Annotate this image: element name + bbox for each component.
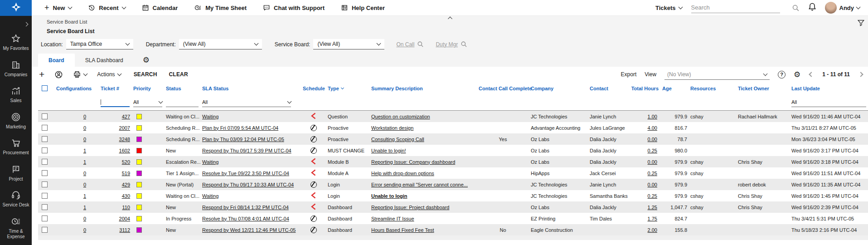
previous-page-chevron-icon[interactable] bbox=[809, 70, 814, 78]
status-filter-input[interactable] bbox=[166, 98, 199, 107]
configurations-count-link[interactable]: 0 bbox=[83, 114, 86, 119]
total-hours-link[interactable]: 1.75 bbox=[648, 216, 657, 221]
sidebar-item-time-expense[interactable]: Time & Expense bbox=[0, 212, 32, 244]
row-checkbox[interactable] bbox=[42, 204, 48, 210]
total-hours-link[interactable]: 0.25 bbox=[648, 171, 657, 176]
row-checkbox[interactable] bbox=[42, 136, 48, 142]
summary-description-link[interactable]: Help with drop-down options bbox=[371, 171, 434, 176]
configurations-count-link[interactable]: 0 bbox=[83, 125, 86, 131]
column-header-configurations[interactable]: Configurations bbox=[54, 86, 99, 91]
sidebar-item-my-favorites[interactable]: My Favorites bbox=[0, 29, 32, 56]
configurations-count-link[interactable]: 0 bbox=[83, 227, 86, 233]
recent-menu[interactable]: Recent bbox=[88, 4, 125, 11]
add-ticket-button[interactable]: + bbox=[39, 69, 44, 80]
summary-description-link[interactable]: Workstation design bbox=[371, 125, 413, 131]
column-header-company[interactable]: Company bbox=[529, 86, 588, 91]
row-checkbox[interactable] bbox=[42, 216, 48, 221]
column-header-contact[interactable]: Contact bbox=[588, 86, 633, 91]
column-header-total-hours[interactable]: Total Hours bbox=[633, 86, 660, 91]
sla-status-link[interactable]: Waiting bbox=[202, 193, 218, 199]
total-hours-link[interactable]: 0.25 bbox=[648, 193, 657, 199]
summary-description-link[interactable]: Unable to login! bbox=[371, 148, 406, 153]
row-checkbox[interactable] bbox=[42, 193, 48, 199]
ticket-number-link[interactable]: 3112 bbox=[119, 227, 130, 233]
sla-status-link[interactable]: Resolve by Thu 07/08 4:01 AM UTC-04 bbox=[202, 216, 289, 221]
notifications-bell-icon[interactable] bbox=[809, 3, 816, 13]
column-header-resources[interactable]: Resources bbox=[689, 86, 736, 91]
ticket-number-link[interactable]: 3248 bbox=[119, 137, 130, 142]
help-icon[interactable]: ? bbox=[778, 71, 786, 78]
on-call-link[interactable]: On Call bbox=[396, 41, 414, 48]
total-hours-link[interactable]: 4.00 bbox=[648, 125, 657, 131]
ticket-number-link[interactable]: 519 bbox=[122, 171, 130, 176]
configurations-count-link[interactable]: 1 bbox=[83, 193, 86, 199]
search-context-selector[interactable]: Tickets bbox=[655, 5, 682, 11]
sla-status-filter-select[interactable]: All bbox=[202, 98, 291, 107]
sla-status-link[interactable]: Waiting bbox=[202, 159, 218, 165]
summary-description-link[interactable]: Reporting Issue: Project dashboard bbox=[371, 205, 449, 210]
column-header-age[interactable]: Age bbox=[660, 86, 689, 91]
ticket-number-link[interactable]: 2007 bbox=[119, 125, 130, 131]
configurations-count-link[interactable]: 0 bbox=[83, 216, 86, 221]
summary-description-link[interactable]: Question on customization bbox=[371, 114, 430, 119]
sidebar-expand-chevron[interactable] bbox=[24, 20, 28, 28]
column-header-contact-call-complete[interactable]: Contact Call Complete bbox=[477, 86, 529, 91]
row-checkbox[interactable] bbox=[42, 181, 48, 187]
row-checkbox[interactable] bbox=[42, 170, 48, 176]
configurations-count-link[interactable]: 1 bbox=[83, 148, 86, 153]
search-icon[interactable] bbox=[792, 4, 800, 12]
ticket-number-link[interactable]: 1602 bbox=[119, 148, 130, 153]
search-button[interactable]: SEARCH bbox=[134, 71, 157, 78]
row-checkbox[interactable] bbox=[42, 147, 48, 153]
sla-status-link[interactable]: Respond by Thu 09/17 10:33 AM UTC-04 bbox=[202, 182, 294, 187]
summary-description-link[interactable]: Unable to login bbox=[371, 193, 407, 199]
configurations-count-link[interactable]: 1 bbox=[83, 159, 86, 165]
total-hours-link[interactable]: 1.25 bbox=[648, 205, 657, 210]
help-center-button[interactable]: Help Center bbox=[341, 4, 385, 11]
actions-menu[interactable]: Actions bbox=[97, 71, 121, 78]
column-header-ticket-owner[interactable]: Ticket Owner bbox=[736, 86, 790, 91]
sidebar-item-marketing[interactable]: Marketing bbox=[0, 108, 32, 134]
summary-description-link[interactable]: Reporting Issue: Company dashboard bbox=[371, 159, 455, 165]
row-checkbox[interactable] bbox=[42, 159, 48, 165]
row-checkbox[interactable] bbox=[42, 125, 48, 131]
new-menu[interactable]: + New bbox=[44, 3, 72, 13]
duty-mgr-link[interactable]: Duty Mgr bbox=[436, 41, 458, 48]
ticket-filter-input[interactable] bbox=[101, 98, 130, 107]
duty-mgr-search-icon[interactable] bbox=[461, 41, 467, 48]
global-search-input[interactable] bbox=[691, 4, 780, 11]
configurations-count-link[interactable]: 0 bbox=[83, 182, 86, 187]
breadcrumb[interactable]: Service Board List bbox=[47, 19, 87, 24]
sla-status-link[interactable]: Plan by Fri 07/09 5:54 AM UTC-04 bbox=[202, 125, 278, 131]
column-header-schedule[interactable]: Schedule bbox=[301, 86, 326, 91]
select-all-checkbox[interactable] bbox=[42, 85, 48, 91]
on-call-search-icon[interactable] bbox=[417, 41, 424, 48]
chat-with-support-button[interactable]: Chat with Support bbox=[263, 4, 325, 11]
sidebar-item-sales[interactable]: Sales bbox=[0, 82, 32, 108]
total-hours-link[interactable]: 0.00 bbox=[648, 182, 657, 187]
user-menu[interactable]: Andy bbox=[825, 2, 860, 14]
sla-status-link[interactable]: Respond by Wed 12/21 12:46 PM UTC-05 bbox=[202, 227, 296, 233]
calendar-button[interactable]: Calendar bbox=[142, 4, 178, 11]
sla-status-link[interactable]: Respond by Fri 08/14 1:32 PM UTC-04 bbox=[202, 205, 289, 210]
view-select[interactable]: (No View) bbox=[664, 69, 770, 80]
location-select[interactable]: Tampa Office bbox=[66, 39, 133, 49]
summary-description-link[interactable]: Error sending email "Server cannot conne… bbox=[371, 182, 468, 187]
next-page-chevron-icon[interactable] bbox=[858, 70, 863, 78]
configurations-count-link[interactable]: 1 bbox=[83, 205, 86, 210]
sidebar-item-procurement[interactable]: Procurement bbox=[0, 134, 32, 160]
total-hours-link[interactable]: 1.00 bbox=[648, 114, 657, 119]
column-header-sla-status[interactable]: SLA Status bbox=[200, 86, 301, 91]
priority-filter-select[interactable]: All bbox=[133, 98, 162, 107]
column-header-type[interactable]: Type bbox=[326, 86, 369, 91]
column-header-summary[interactable]: Summary Description bbox=[369, 86, 477, 91]
ticket-number-link[interactable]: 520 bbox=[122, 159, 130, 165]
total-hours-link[interactable]: 0.00 bbox=[648, 159, 657, 165]
sla-status-link[interactable]: Respond by Thu 09/17 5:39 PM UTC-04 bbox=[202, 148, 291, 153]
sla-status-link[interactable]: Plan by Thu 03/09 12:04 PM UTC-05 bbox=[202, 137, 284, 142]
total-hours-link[interactable]: 0.25 bbox=[648, 148, 657, 153]
ticket-number-link[interactable]: 110 bbox=[122, 205, 130, 210]
total-hours-link[interactable]: 0.00 bbox=[648, 137, 657, 142]
service-board-select[interactable]: (View All) bbox=[313, 39, 384, 49]
tab-board[interactable]: Board bbox=[38, 54, 75, 67]
